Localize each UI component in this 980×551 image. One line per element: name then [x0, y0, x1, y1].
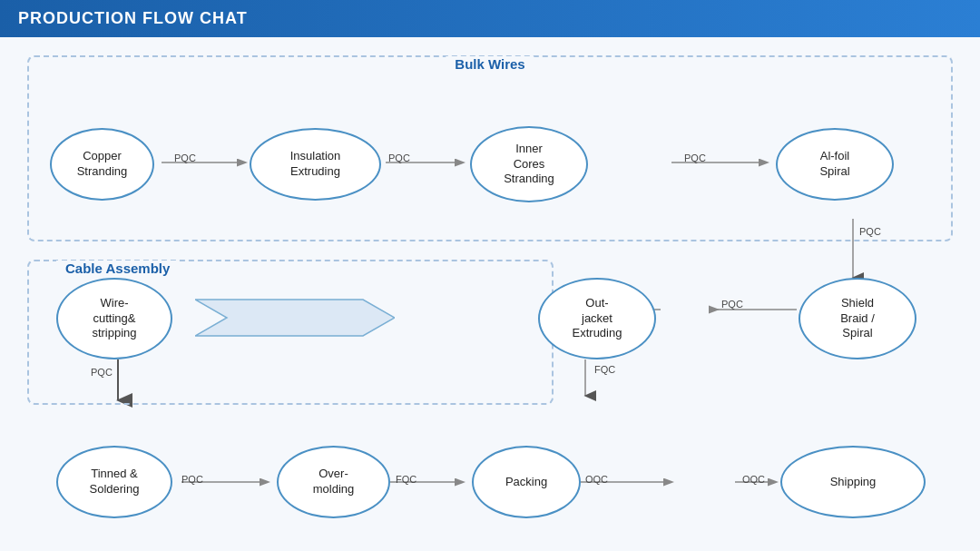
cable-assembly-label: Cable Assembly: [56, 261, 179, 276]
oqc-packing-shipping: OQC: [742, 474, 765, 485]
pqc-label-3: PQC: [684, 153, 706, 165]
shield-braid-spiral-node: Shield Braid / Spiral: [799, 278, 916, 359]
outjacket-extruding-node: Out- jacket Extruding: [538, 278, 656, 359]
svg-marker-13: [195, 300, 395, 336]
fqc-label-outjacket: FQC: [594, 364, 615, 375]
tinned-soldering-node: Tinned & Soldering: [56, 446, 172, 518]
fqc-label: FQC: [396, 474, 419, 485]
copper-stranding-node: Copper Stranding: [50, 128, 154, 201]
overmolding-node: Over- molding: [277, 446, 390, 518]
pqc-label-4: PQC: [721, 299, 743, 310]
packing-node: Packing: [472, 446, 581, 518]
page-title: PRODUCTION FLOW CHAT: [18, 9, 248, 27]
cable-assembly-arrow: [195, 295, 395, 340]
page-header: PRODUCTION FLOW CHAT: [0, 0, 980, 37]
al-foil-spiral-node: Al-foil Spiral: [776, 128, 894, 201]
shipping-node: Shipping: [780, 446, 926, 518]
main-content: Bulk Wires Cable Assembly Copper Strandi…: [0, 37, 980, 551]
pqc-label-5: PQC: [181, 474, 206, 485]
insulation-extruding-node: Insulation Extruding: [250, 128, 381, 201]
wire-cutting-stripping-node: Wire- cutting& stripping: [56, 278, 172, 359]
pqc-label-2: PQC: [388, 153, 410, 165]
oqc-label: OQC: [585, 474, 611, 485]
pqc-label-vertical-1: PQC: [859, 226, 881, 237]
bulk-wires-label: Bulk Wires: [446, 56, 534, 72]
pqc-label-wire-down: PQC: [91, 367, 113, 378]
pqc-label-1: PQC: [174, 153, 196, 165]
inner-cores-stranding-node: Inner Cores Stranding: [470, 126, 588, 202]
